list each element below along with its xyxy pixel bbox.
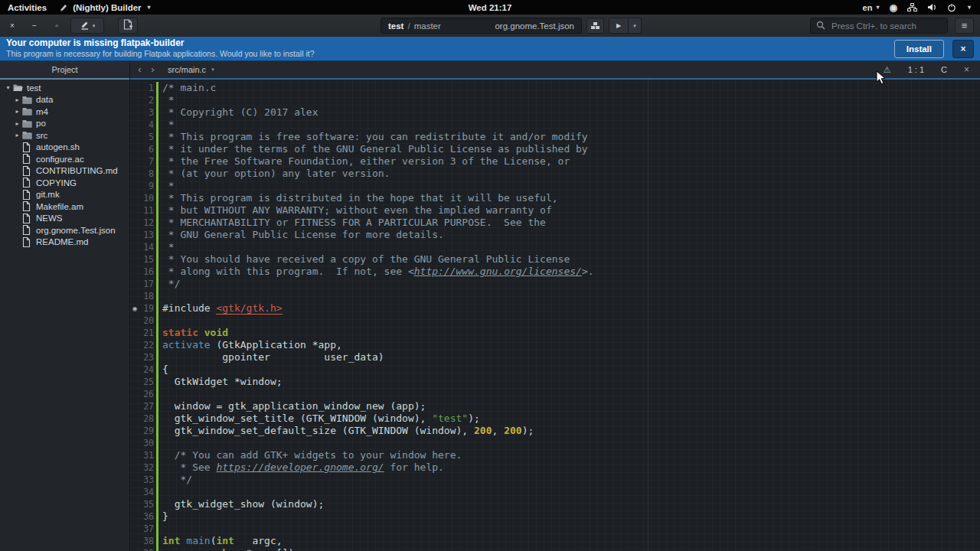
warning-icon[interactable]: ⚠ <box>884 65 891 75</box>
code-line-3[interactable]: 3 * Copyright (C) 2017 alex <box>130 106 980 119</box>
code-line-18[interactable]: 18 <box>130 290 980 302</box>
code-line-35[interactable]: 35 gtk_widget_show (window); <box>130 498 980 510</box>
code-line-33[interactable]: 33 */ <box>130 474 980 486</box>
code-line-22[interactable]: 22activate (GtkApplication *app, <box>130 339 980 351</box>
line-number: 16 <box>139 266 154 278</box>
code-line-5[interactable]: 5 * This program is free software: you c… <box>130 131 980 143</box>
expander-icon[interactable]: ▸ <box>12 96 22 103</box>
clock[interactable]: Wed 21:17 <box>469 3 512 12</box>
code-line-39[interactable]: 39 char *argv[]) <box>130 547 980 551</box>
tree-item-README.md[interactable]: README.md <box>0 236 129 249</box>
tree-item-COPYING[interactable]: COPYING <box>0 177 129 189</box>
code-line-13[interactable]: 13 * GNU General Public License for more… <box>130 229 980 241</box>
code-line-34[interactable]: 34 <box>130 486 980 498</box>
omnibar[interactable]: test / master org.gnome.Test.json <box>381 18 582 34</box>
code-line-14[interactable]: 14 * <box>130 241 980 253</box>
line-number: 2 <box>139 94 154 106</box>
window-close-button[interactable]: × <box>8 21 17 30</box>
code-line-36[interactable]: 36} <box>130 510 980 523</box>
keyboard-layout-indicator[interactable]: en ▾ <box>863 3 880 12</box>
tree-item-label: data <box>34 95 53 104</box>
language-indicator[interactable]: C <box>941 65 947 74</box>
tree-item-po[interactable]: ▸po <box>0 118 129 130</box>
code-line-2[interactable]: 2 * <box>130 94 980 106</box>
file-dropdown-icon[interactable]: ▾ <box>211 67 214 73</box>
network-icon[interactable] <box>907 3 917 11</box>
code-line-37[interactable]: 37 <box>130 523 980 535</box>
code-line-10[interactable]: 10 * This program is distributed in the … <box>130 192 980 204</box>
hamburger-menu-button[interactable]: ≡ <box>955 18 974 34</box>
tree-item-autogen.sh[interactable]: autogen.sh <box>0 142 129 154</box>
nav-forward-button[interactable]: › <box>146 62 159 77</box>
code-line-30[interactable]: 30 <box>130 437 980 449</box>
code-line-24[interactable]: 24{ <box>130 364 980 376</box>
window-maximize-button[interactable]: ▫ <box>52 21 61 30</box>
code-text: } <box>158 510 168 523</box>
code-line-7[interactable]: 7 * the Free Software Foundation, either… <box>130 155 980 168</box>
tree-item-src[interactable]: ▸src <box>0 129 129 142</box>
code-line-12[interactable]: 12 * MERCHANTABILITY or FITNESS FOR A PA… <box>130 217 980 229</box>
code-line-1[interactable]: 1/* main.c <box>130 82 980 94</box>
build-button[interactable] <box>586 18 604 34</box>
code-line-17[interactable]: 17 */ <box>130 278 980 290</box>
code-line-26[interactable]: 26 <box>130 388 980 400</box>
code-line-6[interactable]: 6 * it under the terms of the GNU Genera… <box>130 143 980 155</box>
code-line-11[interactable]: 11 * but WITHOUT ANY WARRANTY; without e… <box>130 204 980 217</box>
code-line-27[interactable]: 27 window = gtk_application_window_new (… <box>130 400 980 412</box>
install-button[interactable]: Install <box>894 40 944 58</box>
nav-back-button[interactable]: ‹ <box>133 62 146 77</box>
tree-item-git.mk[interactable]: git.mk <box>0 189 129 201</box>
code-line-15[interactable]: 15 * You should have received a copy of … <box>130 253 980 266</box>
tree-item-NEWS[interactable]: NEWS <box>0 213 129 225</box>
search-input[interactable] <box>830 21 951 31</box>
gutter-spacer <box>130 351 139 364</box>
notification-close-button[interactable]: × <box>952 40 974 58</box>
code-line-29[interactable]: 29 gtk_window_set_default_size (GTK_WIND… <box>130 425 980 437</box>
editor-close-button[interactable]: × <box>964 64 969 75</box>
app-menu[interactable]: (Nightly) Builder ▾ <box>59 3 150 12</box>
tree-item-label: m4 <box>34 107 48 116</box>
tree-item-configure.ac[interactable]: configure.ac <box>0 153 129 165</box>
run-options-button[interactable]: ▾ <box>629 18 642 34</box>
build-bricks-icon <box>590 19 600 33</box>
code-line-23[interactable]: 23 gpointer user_data) <box>130 351 980 364</box>
global-search[interactable] <box>810 18 948 34</box>
gutter-spacer <box>130 412 139 425</box>
code-line-19[interactable]: ◉19#include <gtk/gtk.h> <box>130 302 980 315</box>
code-line-4[interactable]: 4 * <box>130 119 980 131</box>
expander-icon[interactable]: ▸ <box>12 108 22 115</box>
expander-icon[interactable]: ▸ <box>12 120 22 127</box>
perspective-selector-button[interactable]: ▾ <box>70 18 104 34</box>
code-line-8[interactable]: 8 * (at your option) any later version. <box>130 168 980 180</box>
code-line-20[interactable]: 20 <box>130 315 980 327</box>
code-line-32[interactable]: 32 * See https://developer.gnome.org/ fo… <box>130 461 980 474</box>
activities-button[interactable]: Activities <box>8 3 47 12</box>
code-line-28[interactable]: 28 gtk_window_set_title (GTK_WINDOW (win… <box>130 412 980 425</box>
tree-item-test[interactable]: ▾test <box>0 82 129 94</box>
code-editor[interactable]: 1/* main.c2 *3 * Copyright (C) 2017 alex… <box>130 80 980 551</box>
power-icon[interactable] <box>947 3 956 12</box>
run-button[interactable]: ▶ <box>609 18 629 34</box>
code-line-25[interactable]: 25 GtkWidget *window; <box>130 376 980 388</box>
window-minimize-button[interactable]: − <box>30 21 39 30</box>
tree-item-org.gnome.Test.json[interactable]: org.gnome.Test.json <box>0 224 129 236</box>
code-line-21[interactable]: 21static void <box>130 327 980 339</box>
code-line-31[interactable]: 31 /* You can add GTK+ widgets to your w… <box>130 449 980 461</box>
chevron-down-icon: ▾ <box>148 4 151 11</box>
line-number: 7 <box>139 155 154 168</box>
code-line-9[interactable]: 9 * <box>130 180 980 192</box>
tree-item-m4[interactable]: ▸m4 <box>0 106 129 118</box>
gutter-spacer <box>130 94 139 106</box>
open-file-title[interactable]: src/main.c <box>168 65 206 74</box>
expander-icon[interactable]: ▸ <box>12 132 22 139</box>
tree-item-CONTRIBUTING.md[interactable]: CONTRIBUTING.md <box>0 165 129 178</box>
code-line-38[interactable]: 38int main(int argc, <box>130 535 980 547</box>
system-menu-chevron-icon[interactable]: ▾ <box>968 4 971 11</box>
volume-icon[interactable] <box>927 3 937 11</box>
tree-item-Makefile.am[interactable]: Makefile.am <box>0 201 129 213</box>
code-line-16[interactable]: 16 * along with this program. If not, se… <box>130 266 980 278</box>
tree-item-data[interactable]: ▸data <box>0 94 129 106</box>
code-text <box>158 523 162 535</box>
new-document-button[interactable] <box>118 18 138 34</box>
expander-icon[interactable]: ▾ <box>3 84 13 91</box>
